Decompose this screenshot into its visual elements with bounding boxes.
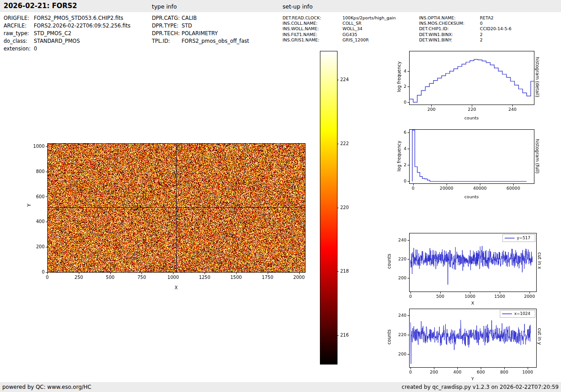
meta-label: INS.OPTI4.NAME: <box>419 15 480 21</box>
setup-info-row: DET.CHIP1.ID:CCID20-14-5-6 <box>419 26 511 32</box>
page-title: 2026-02-21: FORS2 <box>4 2 77 10</box>
setup-info-row: INS.GRIS1.NAME:GRIS_1200R <box>283 37 396 43</box>
meta-label: TPL.ID: <box>152 38 182 46</box>
setup-info-row: INS.OPTI4.NAME:RETA2 <box>419 15 511 21</box>
setup-info-row: INS.FILT1.NAME:GG435 <box>283 32 396 37</box>
meta-value: STD <box>182 23 192 30</box>
meta-value: 100Kps/2ports/high_gain <box>342 15 396 21</box>
type-info-heading: type info <box>152 3 177 10</box>
meta-value: WOLL_34 <box>342 26 362 32</box>
meta-label: DPR.CATG: <box>152 15 182 23</box>
meta-value: 2 <box>480 37 483 43</box>
meta-label: INS.MOS.CHECKSUM: <box>419 21 480 26</box>
setup-info-row: DET.WIN1.BINX:2 <box>419 32 511 37</box>
meta-value: RETA2 <box>480 15 493 21</box>
type-info-row: DPR.TYPE:STD <box>152 23 249 30</box>
histogram-full-canvas <box>385 123 543 206</box>
file-info-block: ORIGFILE:FORS2_PMOS_STD053.6.CHIP2.fits … <box>4 15 130 53</box>
raw-image-ylabel: Y <box>26 204 32 207</box>
cut-in-y-side-label: cut in y <box>537 328 542 345</box>
histogram-full-side-label: histogram (full) <box>535 139 540 173</box>
setup-info-row: INS.WOLL.NAME:WOLL_34 <box>283 26 396 32</box>
file-info-row: ORIGFILE:FORS2_PMOS_STD053.6.CHIP2.fits <box>4 15 130 23</box>
meta-value: STD_PMOS_C2 <box>34 30 71 38</box>
cut-in-x-side-label: cut in x <box>537 252 542 269</box>
meta-value: CCID20-14-5-6 <box>480 26 511 32</box>
meta-value: POLARIMETRY <box>182 30 218 38</box>
meta-value: CALIB <box>182 15 197 23</box>
meta-value: 0 <box>34 46 37 53</box>
meta-label: INS.GRIS1.NAME: <box>283 37 342 43</box>
file-info-row: extension:0 <box>4 46 130 53</box>
cut-in-x-canvas <box>385 226 545 307</box>
histogram-detail-canvas <box>385 44 543 128</box>
cut-in-x-ylabel: counts <box>387 254 392 269</box>
setup-info-row: INS.COLL.NAME:COLL_SR <box>283 21 396 26</box>
type-info-row: DPR.TECH:POLARIMETRY <box>152 30 249 38</box>
meta-value: 2 <box>480 32 483 37</box>
histogram-full-ylabel: log frequency <box>397 141 401 172</box>
meta-label: extension: <box>4 46 34 53</box>
cut-in-y-canvas <box>385 302 545 382</box>
file-info-row: raw_type:STD_PMOS_C2 <box>4 30 130 38</box>
footer-bar: powered by QC: www.eso.org/HC created by… <box>0 382 561 392</box>
meta-value: FORS2_PMOS_STD053.6.CHIP2.fits <box>34 15 123 23</box>
meta-value: GRIS_1200R <box>342 37 369 43</box>
footer-powered-by: powered by QC: www.eso.org/HC <box>2 382 91 392</box>
setup-info-block-2: INS.OPTI4.NAME:RETA2 INS.MOS.CHECKSUM:0 … <box>419 15 511 43</box>
setup-info-row: DET.READ.CLOCK:100Kps/2ports/high_gain <box>283 15 396 21</box>
meta-value: FORS2.2026-02-22T06:09:52.256.fits <box>34 23 130 30</box>
header-bar: 2026-02-21: FORS2 type info set-up info <box>0 0 561 12</box>
meta-value: 0 <box>480 21 483 26</box>
meta-label: DPR.TYPE: <box>152 23 182 30</box>
setup-info-row: INS.MOS.CHECKSUM:0 <box>419 21 511 26</box>
setup-info-block-1: DET.READ.CLOCK:100Kps/2ports/high_gain I… <box>283 15 396 43</box>
setup-info-row: DET.WIN1.BINY:2 <box>419 37 511 43</box>
meta-value: GG435 <box>342 32 357 37</box>
meta-label: ORIGFILE: <box>4 15 34 23</box>
meta-value: FORS2_pmos_obs_off_fast <box>182 38 249 46</box>
type-info-row: TPL.ID:FORS2_pmos_obs_off_fast <box>152 38 249 46</box>
histogram-detail-side-label: histogram (detail) <box>535 57 540 97</box>
meta-label: DET.CHIP1.ID: <box>419 26 480 32</box>
meta-label: DET.READ.CLOCK: <box>283 15 342 21</box>
footer-created-by: created by qc_rawdisp.py v1.2.3 on 2026-… <box>401 382 559 392</box>
type-info-row: DPR.CATG:CALIB <box>152 15 249 23</box>
meta-label: INS.FILT1.NAME: <box>283 32 342 37</box>
meta-label: DPR.TECH: <box>152 30 182 38</box>
file-info-row: ARCFILE:FORS2.2026-02-22T06:09:52.256.fi… <box>4 23 130 30</box>
setup-info-heading: set-up info <box>283 3 313 10</box>
file-info-row: do_class:STANDARD_PMOS <box>4 38 130 46</box>
meta-label: do_class: <box>4 38 34 46</box>
meta-value: COLL_SR <box>342 21 361 26</box>
meta-label: DET.WIN1.BINX: <box>419 32 480 37</box>
histogram-detail-ylabel: log frequency <box>397 61 401 92</box>
cut-in-y-ylabel: counts <box>387 329 392 344</box>
raw-image-canvas <box>14 132 315 301</box>
meta-label: ARCFILE: <box>4 23 34 30</box>
type-info-block: DPR.CATG:CALIB DPR.TYPE:STD DPR.TECH:POL… <box>152 15 249 46</box>
colorbar-canvas <box>315 47 358 369</box>
meta-label: INS.COLL.NAME: <box>283 21 342 26</box>
qc-report-page: 2026-02-21: FORS2 type info set-up info … <box>0 0 561 392</box>
meta-label: DET.WIN1.BINY: <box>419 37 480 43</box>
meta-label: raw_type: <box>4 30 34 38</box>
meta-value: STANDARD_PMOS <box>34 38 80 46</box>
meta-label: INS.WOLL.NAME: <box>283 26 342 32</box>
